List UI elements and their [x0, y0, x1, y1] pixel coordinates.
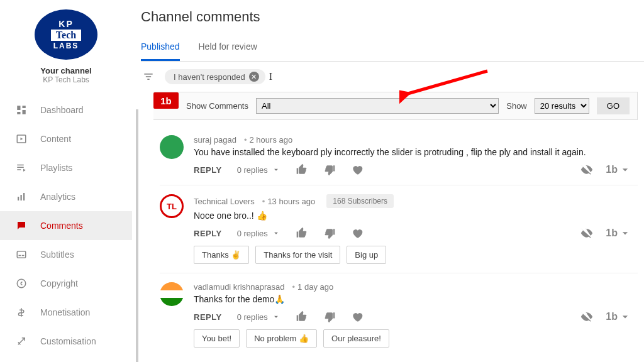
quick-reply-button[interactable]: Big up: [347, 246, 386, 264]
thumbs-down-icon[interactable]: [323, 310, 336, 323]
quick-reply-button[interactable]: Thanks ✌: [194, 246, 249, 264]
svg-rect-17: [147, 79, 149, 80]
quick-reply-button[interactable]: Our pleasure!: [323, 329, 389, 348]
nav-label: Playlists: [40, 163, 72, 173]
svg-rect-15: [144, 74, 152, 75]
comment-actions: REPLY 0 replies 1b: [194, 163, 638, 176]
logo-line-2: Tech: [51, 30, 81, 41]
svg-rect-0: [17, 106, 20, 110]
thumbs-down-icon[interactable]: [323, 227, 336, 239]
filter-icon[interactable]: [142, 70, 155, 83]
svg-rect-11: [17, 251, 26, 258]
nav-label: Subtitles: [40, 250, 74, 260]
nav-label: Dashboard: [40, 105, 84, 115]
show-comments-select[interactable]: All: [256, 98, 499, 114]
heart-icon[interactable]: [351, 310, 364, 323]
comment-text: You have installed the keyboard ply inco…: [194, 147, 638, 157]
avatar[interactable]: [160, 282, 184, 306]
tubebuddy-bar: 1b Show Comments All Show 20 results GO: [153, 92, 638, 120]
sidebar: KP Tech LABS Your channel KP Tech Labs D…: [0, 0, 132, 362]
filter-chip-label: I haven't responded: [174, 72, 245, 82]
avatar[interactable]: TL: [160, 194, 184, 218]
sidebar-item-monetisation[interactable]: Monetisation: [0, 298, 132, 327]
filter-chip-remove-icon[interactable]: ✕: [249, 72, 259, 82]
show-results-select[interactable]: 20 results: [535, 98, 589, 114]
sidebar-item-dashboard[interactable]: Dashboard: [0, 96, 132, 124]
svg-rect-5: [17, 165, 24, 166]
tabs: Published Held for review: [141, 38, 644, 62]
sidebar-item-comments[interactable]: Comments: [0, 211, 132, 240]
svg-rect-10: [23, 193, 25, 200]
show-label: Show: [506, 101, 527, 111]
quick-reply-button[interactable]: Thanks for the visit: [255, 246, 340, 264]
filter-row: I haven't responded ✕ I: [141, 69, 644, 92]
analytics-icon: [15, 191, 28, 202]
comment-row: vadlamudi krishnaprasad 1 day ago Thanks…: [160, 273, 638, 356]
go-button[interactable]: GO: [597, 97, 630, 114]
svg-rect-6: [17, 167, 24, 168]
thumbs-up-icon[interactable]: [296, 310, 308, 323]
sidebar-item-content[interactable]: Content: [0, 124, 132, 153]
tab-published[interactable]: Published: [141, 38, 180, 61]
svg-rect-3: [17, 112, 20, 114]
comment-author[interactable]: vadlamudi krishnaprasad: [194, 282, 285, 292]
main: Channel comments Published Held for revi…: [132, 0, 644, 362]
sidebar-item-playlists[interactable]: Playlists: [0, 153, 132, 182]
comments-icon: [15, 220, 28, 231]
quick-reply-button[interactable]: No problem 👍: [246, 329, 317, 348]
tubebuddy-action[interactable]: 1b: [606, 227, 631, 239]
customisation-icon: [15, 336, 28, 347]
sidebar-item-copyright[interactable]: Copyright: [0, 269, 132, 298]
comment-actions: REPLY 0 replies 1b: [194, 310, 638, 323]
thumbs-down-icon[interactable]: [323, 163, 336, 176]
hide-icon[interactable]: [580, 227, 593, 239]
comment-time: 13 hours ago: [260, 197, 315, 206]
replies-dropdown[interactable]: 0 replies: [237, 312, 280, 322]
svg-rect-8: [18, 197, 19, 200]
sidebar-item-analytics[interactable]: Analytics: [0, 182, 132, 211]
comment-text: Thanks for the demo🙏: [194, 294, 638, 304]
content-icon: [15, 133, 28, 145]
avatar[interactable]: [160, 135, 184, 159]
nav-label: Copyright: [40, 278, 78, 288]
thumbs-up-icon[interactable]: [296, 227, 308, 239]
comment-author[interactable]: suraj pagad: [194, 135, 236, 145]
svg-rect-12: [19, 255, 21, 256]
sidebar-item-subtitles[interactable]: Subtitles: [0, 240, 132, 269]
svg-rect-2: [23, 110, 26, 114]
filter-chip[interactable]: I haven't responded ✕: [165, 69, 265, 84]
dashboard-icon: [15, 104, 28, 116]
heart-icon[interactable]: [351, 163, 364, 176]
logo-line-3: LABS: [53, 41, 79, 50]
channel-title: Your channel: [0, 66, 132, 75]
tab-held[interactable]: Held for review: [199, 38, 257, 61]
reply-button[interactable]: REPLY: [194, 229, 222, 238]
scrollbar[interactable]: [136, 109, 138, 362]
reply-button[interactable]: REPLY: [194, 312, 222, 322]
replies-dropdown[interactable]: 0 replies: [237, 229, 280, 238]
tubebuddy-action[interactable]: 1b: [606, 163, 631, 176]
svg-rect-9: [21, 195, 22, 200]
replies-dropdown[interactable]: 0 replies: [237, 165, 280, 175]
reply-button[interactable]: REPLY: [194, 165, 222, 175]
nav-label: Analytics: [40, 192, 75, 202]
comment-row: TL Technical Lovers 13 hours ago 168 Sub…: [160, 185, 638, 273]
comments-list: suraj pagad 2 hours ago You have install…: [160, 126, 638, 356]
channel-logo[interactable]: KP Tech LABS: [35, 9, 97, 60]
logo-line-1: KP: [58, 19, 73, 29]
svg-rect-16: [146, 76, 151, 77]
quick-replies: You bet!No problem 👍Our pleasure!: [194, 329, 638, 348]
hide-icon[interactable]: [580, 310, 593, 323]
sidebar-item-customisation[interactable]: Customisation: [0, 327, 132, 356]
heart-icon[interactable]: [351, 227, 364, 239]
comment-author[interactable]: Technical Lovers: [194, 197, 255, 206]
quick-reply-button[interactable]: You bet!: [194, 329, 240, 348]
comment-actions: REPLY 0 replies 1b: [194, 227, 638, 239]
svg-rect-13: [22, 255, 25, 256]
channel-sub: KP Tech Labs: [0, 75, 132, 84]
quick-replies: Thanks ✌Thanks for the visitBig up: [194, 246, 638, 264]
show-comments-label: Show Comments: [186, 101, 248, 111]
hide-icon[interactable]: [580, 163, 593, 176]
tubebuddy-action[interactable]: 1b: [606, 310, 631, 323]
thumbs-up-icon[interactable]: [296, 163, 308, 176]
